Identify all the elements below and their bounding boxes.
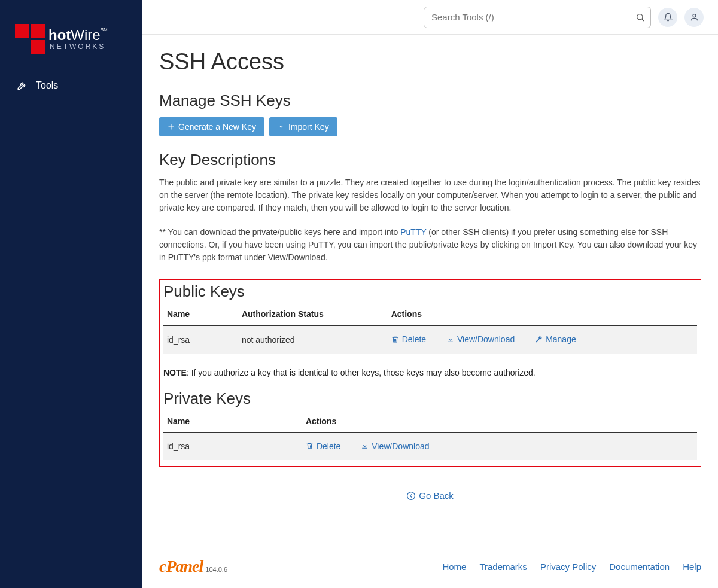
logo-icon bbox=[15, 24, 45, 54]
search-button[interactable] bbox=[635, 13, 645, 22]
public-keys-heading: Public Keys bbox=[163, 282, 697, 301]
tools-icon bbox=[17, 80, 28, 91]
public-keys-note: NOTE: If you authorize a key that is ide… bbox=[163, 368, 697, 377]
wrench-icon bbox=[535, 336, 543, 343]
search-input[interactable] bbox=[424, 7, 651, 28]
bell-icon bbox=[664, 13, 673, 22]
keydesc-p1: The public and private key are similar t… bbox=[159, 176, 701, 214]
svg-point-0 bbox=[637, 14, 643, 19]
generate-key-button[interactable]: Generate a New Key bbox=[159, 117, 264, 136]
keydesc-p2: ** You can download the private/public k… bbox=[159, 226, 701, 264]
import-key-button[interactable]: Import Key bbox=[269, 117, 337, 136]
sidebar-item-label: Tools bbox=[36, 80, 58, 91]
notifications-button[interactable] bbox=[658, 8, 677, 27]
search-icon bbox=[635, 13, 645, 22]
svg-point-2 bbox=[693, 14, 696, 17]
footer-home[interactable]: Home bbox=[442, 562, 466, 572]
private-keys-table: Name Actions id_rsa Delete bbox=[163, 410, 697, 461]
col-name: Name bbox=[163, 410, 302, 432]
trash-icon bbox=[306, 442, 314, 450]
svg-line-1 bbox=[642, 19, 644, 21]
col-actions: Actions bbox=[302, 410, 697, 432]
brand-sm: SM bbox=[101, 27, 108, 32]
footer: cPanel104.0.6 Home Trademarks Privacy Po… bbox=[142, 552, 718, 588]
download-icon bbox=[361, 442, 369, 450]
view-private-key[interactable]: View/Download bbox=[361, 441, 429, 451]
view-public-key[interactable]: View/Download bbox=[446, 334, 515, 344]
trash-icon bbox=[391, 336, 399, 343]
table-row: id_rsa not authorized Delete View/Downlo… bbox=[163, 325, 697, 354]
brand-name-rest: Wire bbox=[71, 27, 100, 43]
key-auth-status: not authorized bbox=[238, 325, 388, 354]
footer-docs[interactable]: Documentation bbox=[609, 562, 670, 572]
sidebar-item-tools[interactable]: Tools bbox=[0, 72, 142, 99]
delete-private-key[interactable]: Delete bbox=[306, 441, 340, 451]
page-title: SSH Access bbox=[159, 49, 701, 75]
public-keys-table: Name Authorization Status Actions id_rsa… bbox=[163, 303, 697, 354]
footer-privacy[interactable]: Privacy Policy bbox=[540, 562, 596, 572]
svg-point-3 bbox=[407, 492, 415, 499]
import-key-label: Import Key bbox=[288, 122, 329, 132]
brand-name-bold: hot bbox=[48, 27, 71, 43]
manage-heading: Manage SSH Keys bbox=[159, 92, 701, 110]
private-keys-heading: Private Keys bbox=[163, 389, 697, 408]
key-name: id_rsa bbox=[163, 432, 302, 461]
col-actions: Actions bbox=[388, 303, 697, 325]
keys-highlight-box: Public Keys Name Authorization Status Ac… bbox=[159, 279, 701, 467]
cpanel-logo: cPanel104.0.6 bbox=[159, 557, 227, 576]
user-icon bbox=[690, 13, 699, 22]
sidebar: hotWireSM NETWORKS Tools bbox=[0, 0, 142, 588]
table-row: id_rsa Delete View/Download bbox=[163, 432, 697, 461]
key-name: id_rsa bbox=[163, 325, 238, 354]
manage-public-key[interactable]: Manage bbox=[535, 334, 576, 344]
col-name: Name bbox=[163, 303, 238, 325]
brand-logo: hotWireSM NETWORKS bbox=[0, 12, 142, 72]
keydesc-heading: Key Descriptions bbox=[159, 151, 701, 169]
footer-help[interactable]: Help bbox=[683, 562, 701, 572]
delete-public-key[interactable]: Delete bbox=[391, 334, 426, 344]
generate-key-label: Generate a New Key bbox=[178, 122, 256, 132]
back-arrow-icon bbox=[407, 492, 415, 500]
brand-subtitle: NETWORKS bbox=[50, 42, 108, 51]
plus-icon bbox=[168, 123, 175, 130]
footer-trademarks[interactable]: Trademarks bbox=[479, 562, 527, 572]
topbar bbox=[142, 0, 718, 35]
go-back-link[interactable]: Go Back bbox=[407, 490, 454, 501]
user-menu-button[interactable] bbox=[684, 8, 704, 27]
download-icon bbox=[446, 336, 454, 343]
import-icon bbox=[278, 123, 285, 130]
putty-link[interactable]: PuTTY bbox=[400, 227, 426, 237]
col-auth: Authorization Status bbox=[238, 303, 388, 325]
